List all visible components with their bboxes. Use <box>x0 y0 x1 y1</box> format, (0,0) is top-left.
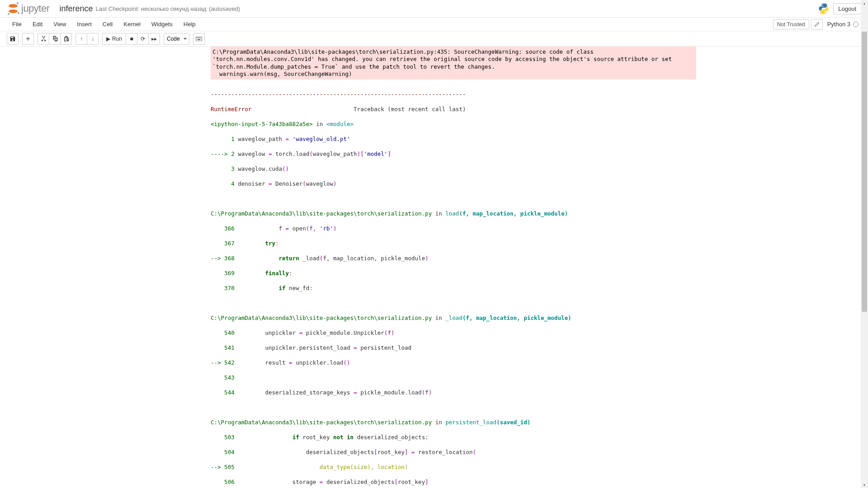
menu-edit[interactable]: Edit <box>27 19 48 29</box>
move-down-button[interactable]: ↓ <box>87 33 99 45</box>
notebook-header: jupyter inference Last Checkpoint: неско… <box>0 0 868 18</box>
cut-button[interactable] <box>38 33 49 45</box>
restart-button[interactable]: ⟳ <box>137 33 149 45</box>
header-right: Logout <box>818 3 861 14</box>
svg-rect-3 <box>199 37 200 38</box>
kernel-name: Python 3 <box>827 21 850 28</box>
logo-area: jupyter inference Last Checkpoint: неско… <box>7 2 240 15</box>
arrow-up-icon: ↑ <box>80 36 83 42</box>
checkpoint-status: Last Checkpoint: несколько секунд назад <box>96 5 207 12</box>
run-icon: ▶ <box>106 36 110 42</box>
move-up-button[interactable]: ↑ <box>75 33 87 45</box>
plus-icon: + <box>26 35 30 42</box>
menu-insert[interactable]: Insert <box>71 19 97 29</box>
python-icon <box>818 3 830 14</box>
save-icon <box>9 36 16 42</box>
keyboard-icon <box>196 37 202 41</box>
warning-output: C:\ProgramData\Anaconda3\lib\site-packag… <box>211 47 696 80</box>
paste-button[interactable] <box>60 33 72 45</box>
svg-rect-4 <box>200 37 201 38</box>
scrollbar[interactable]: ▴ ▾ <box>861 0 868 488</box>
menu-kernel[interactable]: Kernel <box>118 19 146 29</box>
jupyter-logo-icon <box>7 2 19 15</box>
svg-rect-5 <box>198 39 201 40</box>
command-palette-button[interactable] <box>193 33 205 45</box>
traceback-output: ----------------------------------------… <box>211 82 696 488</box>
notebook-name[interactable]: inference <box>60 4 93 14</box>
cell-type-select[interactable]: Code <box>164 33 189 45</box>
stop-icon: ■ <box>130 36 133 42</box>
svg-rect-2 <box>198 37 199 38</box>
menu-view[interactable]: View <box>48 19 71 29</box>
scroll-down-arrow[interactable]: ▾ <box>862 482 867 488</box>
menu-help[interactable]: Help <box>178 19 201 29</box>
toolbar: + ↑ ↓ ▶Run ■ ⟳ ▸▸ Code <box>0 31 868 47</box>
logout-button[interactable]: Logout <box>833 3 861 14</box>
edit-metadata-button[interactable] <box>811 19 823 30</box>
menubar: File Edit View Insert Cell Kernel Widget… <box>0 18 868 31</box>
svg-rect-1 <box>197 37 198 38</box>
copy-button[interactable] <box>49 33 61 45</box>
add-cell-button[interactable]: + <box>22 33 34 45</box>
svg-rect-0 <box>196 37 202 41</box>
jupyter-logo[interactable]: jupyter <box>7 2 50 15</box>
kernel-status-icon <box>853 22 859 27</box>
notebook-container: C:\ProgramData\Anaconda3\lib\site-packag… <box>172 47 696 488</box>
menu-file[interactable]: File <box>7 19 27 29</box>
trust-indicator[interactable]: Not Trusted <box>773 19 809 29</box>
paste-icon <box>63 36 69 42</box>
cut-icon <box>41 36 47 42</box>
restart-icon: ⟳ <box>141 36 145 42</box>
menu-widgets[interactable]: Widgets <box>146 19 178 29</box>
cell-output: C:\ProgramData\Anaconda3\lib\site-packag… <box>172 47 696 488</box>
restart-run-all-button[interactable]: ▸▸ <box>148 33 160 45</box>
kernel-indicator[interactable]: Python 3 <box>825 21 861 28</box>
copy-icon <box>52 36 58 42</box>
menubar-right: Not Trusted Python 3 <box>773 19 861 30</box>
save-button[interactable] <box>7 33 19 45</box>
pencil-icon <box>814 22 820 27</box>
stop-button[interactable]: ■ <box>126 33 137 45</box>
run-button[interactable]: ▶Run <box>102 33 126 45</box>
jupyter-logo-text: jupyter <box>21 3 50 14</box>
scroll-up-arrow[interactable]: ▴ <box>862 0 867 6</box>
scrollbar-thumb[interactable] <box>862 32 867 312</box>
arrow-down-icon: ↓ <box>91 36 94 42</box>
fast-forward-icon: ▸▸ <box>151 36 157 42</box>
menu-cell[interactable]: Cell <box>97 19 118 29</box>
autosave-status: (autosaved) <box>209 5 240 12</box>
